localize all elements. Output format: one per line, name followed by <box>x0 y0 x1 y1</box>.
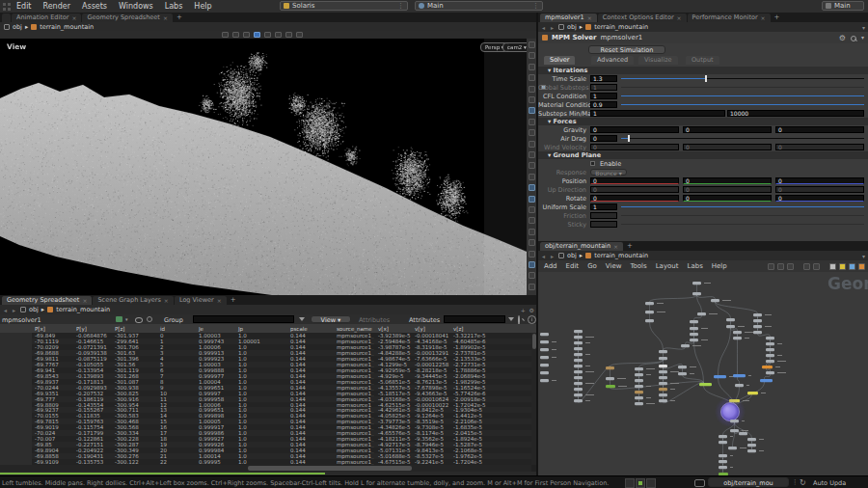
param-slider[interactable] <box>621 78 864 79</box>
column-header-v-y-[interactable]: v[y] <box>415 326 425 332</box>
info-icon[interactable]: i <box>528 315 536 324</box>
column-header-source-name[interactable]: source_name <box>337 326 372 332</box>
param-vector-field[interactable]: 0 <box>590 186 679 193</box>
viewport-tool-icon[interactable] <box>529 272 535 279</box>
horizontal-scrollbar[interactable] <box>0 465 531 472</box>
pathbar-right-icons[interactable]: ▾ <box>862 24 865 31</box>
pane-tab-scene-graph-layers[interactable]: Scene Graph Layers× <box>93 296 173 305</box>
column-header-jp[interactable]: Jp <box>238 326 243 332</box>
group-input[interactable] <box>193 315 294 323</box>
param-value-field[interactable] <box>590 221 617 228</box>
wrench-icon[interactable] <box>768 263 774 270</box>
reset-simulation-button[interactable]: Reset Simulation <box>588 45 665 54</box>
param-menu-dropdown[interactable]: Bounce ▾ <box>590 169 627 176</box>
select-arrow-icon[interactable] <box>222 32 229 38</box>
close-icon[interactable]: × <box>163 14 168 22</box>
close-icon[interactable]: × <box>71 14 76 22</box>
column-header-je[interactable]: Je <box>199 326 203 332</box>
param-tab-solver[interactable]: Solver <box>544 56 575 65</box>
status-chip-icon[interactable] <box>646 478 656 488</box>
pane-tab-context-options-editor[interactable]: Context Options Editor× <box>598 14 687 22</box>
net-menu-labs[interactable]: Labs <box>688 262 703 270</box>
net-menu-add[interactable]: Add <box>544 262 557 270</box>
kebab-menu-icon[interactable]: ⋮ <box>397 2 404 10</box>
close-icon[interactable]: × <box>613 242 618 251</box>
cursor-icon[interactable] <box>777 263 784 270</box>
column-header-p-z-[interactable]: P[z] <box>115 326 125 332</box>
render-flag-icon[interactable] <box>296 32 303 38</box>
viewport-tool-icon[interactable] <box>529 284 535 290</box>
viewport-tool-icon[interactable] <box>529 162 535 169</box>
pane-tab-log-viewer[interactable]: Log Viewer× <box>175 296 227 305</box>
close-icon[interactable]: × <box>677 14 682 22</box>
viewport-tool-icon[interactable] <box>529 217 535 224</box>
param-vector-field[interactable]: 0 <box>775 177 864 184</box>
param-tab-advanced[interactable]: Advanced <box>591 56 634 65</box>
param-slider[interactable] <box>621 138 864 139</box>
param-value-field[interactable] <box>590 212 617 219</box>
viewport-tool-icon[interactable] <box>529 174 535 180</box>
node-name-field[interactable]: mpmsolver1 <box>601 34 643 41</box>
section-header-iterations[interactable]: ▾ Iterations <box>538 67 868 74</box>
history-nav-arrows[interactable]: ◂ ▸ <box>542 24 556 31</box>
viewport-tool-icon[interactable] <box>529 206 535 213</box>
current-network-chip[interactable]: obj/terrain_mou <box>708 477 789 487</box>
pin-icon[interactable] <box>147 316 152 322</box>
eye-icon[interactable] <box>135 317 143 323</box>
viewport-tool-icon[interactable] <box>529 141 535 148</box>
viewport-tool-icon[interactable] <box>529 64 535 70</box>
viewport-tool-icon[interactable] <box>529 74 535 81</box>
snap-icon[interactable] <box>275 32 282 38</box>
param-vector-field[interactable]: 0 <box>683 144 772 150</box>
breadcrumb-node[interactable]: terrain_mountain <box>40 23 94 31</box>
radial-menu-main[interactable]: Main <box>822 1 864 11</box>
handles-icon[interactable] <box>254 32 260 38</box>
param-value-field[interactable]: 1.3 <box>590 75 617 82</box>
viewport-tool-icon[interactable] <box>529 229 535 235</box>
param-slider[interactable] <box>621 104 864 105</box>
viewport-tool-icon[interactable] <box>529 239 535 246</box>
net-menu-layout[interactable]: Layout <box>656 262 679 270</box>
param-vector-field[interactable]: 0 <box>590 195 679 202</box>
param-tab-output[interactable]: Output <box>686 56 719 65</box>
column-header-p-y-[interactable]: P[y] <box>76 326 87 332</box>
update-mode-dropdown[interactable]: Auto Upda <box>813 479 846 487</box>
viewport-tool-icon[interactable] <box>529 196 535 203</box>
net-menu-edit[interactable]: Edit <box>566 262 580 270</box>
spreadsheet-table[interactable]: -69.849-0.0684876-301.93701.000031.00.14… <box>0 333 531 465</box>
layout-icon[interactable] <box>803 263 810 270</box>
network-canvas[interactable] <box>538 272 868 475</box>
chevron-down-icon[interactable]: ▾ <box>861 34 864 42</box>
filter-icon[interactable] <box>508 317 514 321</box>
message-bubble-icon[interactable] <box>694 479 705 487</box>
close-icon[interactable]: × <box>761 14 766 22</box>
breadcrumb-root[interactable]: obj <box>13 23 22 31</box>
param-vector-field[interactable]: 0 <box>775 126 864 133</box>
palette-orange-icon[interactable] <box>858 263 865 270</box>
menu-edit[interactable]: Edit <box>11 2 38 11</box>
pane-tab-performance-monitor[interactable]: Performance Monitor× <box>688 14 771 22</box>
grid-icon[interactable] <box>787 263 794 270</box>
net-menu-tools[interactable]: Tools <box>630 262 646 270</box>
param-vector-field[interactable]: 0 <box>683 186 772 193</box>
section-header-ground-plane[interactable]: ▾ Ground Plane <box>538 151 868 159</box>
menu-windows[interactable]: Windows <box>113 2 159 11</box>
param-min-field[interactable]: 1 <box>590 110 725 117</box>
column-header-p-x-[interactable]: P[x] <box>35 326 45 332</box>
viewport-tool-icon[interactable] <box>529 41 535 48</box>
param-vector-field[interactable]: 0 <box>590 177 679 184</box>
pathbar-right-icons[interactable]: + ⚙ <box>521 307 534 313</box>
palette-gray-icon[interactable] <box>829 263 836 270</box>
magnifier-icon[interactable] <box>851 36 856 41</box>
pane-tab-geometry-spreadsheet[interactable]: Geometry Spreadsheet× <box>2 296 92 305</box>
kebab-menu-icon[interactable]: ⋮ <box>532 2 539 10</box>
viewport-tool-icon[interactable] <box>529 151 535 158</box>
viewport-tool-icon[interactable] <box>529 86 535 93</box>
param-value-field[interactable]: 1 <box>590 203 617 210</box>
param-max-field[interactable]: 10000 <box>727 110 864 117</box>
pathbar-right-icons[interactable]: ▾ <box>862 253 865 259</box>
viewport-tool-icon[interactable] <box>529 184 535 191</box>
param-value-field[interactable]: 0.9 <box>590 101 617 108</box>
new-tab-button[interactable]: + <box>228 296 239 305</box>
param-vector-field[interactable]: 0 <box>683 195 772 202</box>
